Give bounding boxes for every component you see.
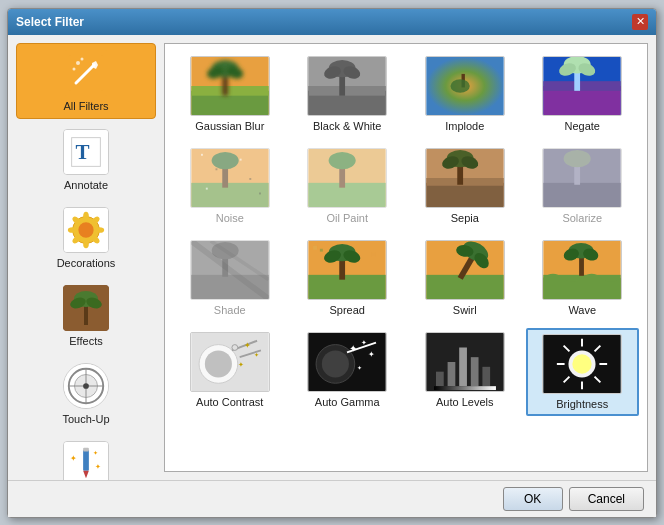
filter-item-auto-contrast[interactable]: ✦ ✦ ✦ Auto Contrast [173,328,287,416]
svg-text:✦: ✦ [254,352,259,358]
filter-item-shade[interactable]: Shade [173,236,287,320]
filter-item-oil-paint[interactable]: Oil Paint [291,144,405,228]
filter-item-gaussian-blur[interactable]: Gaussian Blur [173,52,287,136]
filter-thumb-negate [542,56,622,116]
sidebar-item-annotate[interactable]: T Annotate [16,123,156,197]
all-filters-label: All Filters [63,100,108,112]
filter-item-wave[interactable]: Wave [526,236,640,320]
svg-point-5 [81,57,84,60]
svg-rect-72 [259,192,261,194]
dialog-body: All Filters T Annotate [8,35,656,480]
sidebar-item-all-filters[interactable]: All Filters [16,43,156,119]
filter-item-sepia[interactable]: Sepia [408,144,522,228]
annotate-label: Annotate [64,179,108,191]
filter-thumb-black-white [307,56,387,116]
filter-thumb-implode [425,56,505,116]
filter-thumb-solarize [542,148,622,208]
filter-label-auto-gamma: Auto Gamma [315,396,380,408]
svg-text:✦: ✦ [95,462,101,469]
filter-thumb-sepia [425,148,505,208]
filter-item-spread[interactable]: Spread [291,236,405,320]
filter-thumb-auto-contrast: ✦ ✦ ✦ [190,332,270,392]
filter-grid-container[interactable]: Gaussian Blur [164,43,648,472]
filter-item-black-white[interactable]: Black & White [291,52,405,136]
filter-label-swirl: Swirl [453,304,477,316]
svg-point-87 [564,149,591,166]
svg-rect-67 [201,153,203,155]
svg-point-12 [83,211,89,221]
svg-point-126 [322,350,349,377]
filter-label-black-white: Black & White [313,120,381,132]
svg-rect-136 [471,357,479,386]
filter-thumb-brightness [542,334,622,394]
svg-point-11 [78,222,93,237]
filter-item-swirl[interactable]: Swirl [408,236,522,320]
svg-rect-102 [371,252,375,256]
touchup-icon [63,363,109,409]
svg-point-117 [205,350,232,377]
filter-label-solarize: Solarize [562,212,602,224]
all-filters-icon [63,50,109,96]
filter-item-brightness[interactable]: Brightness [526,328,640,416]
filter-label-sepia: Sepia [451,212,479,224]
svg-rect-79 [426,178,503,186]
svg-point-55 [450,79,469,93]
svg-rect-52 [309,57,386,115]
sidebar-item-transform[interactable]: ✦ ✦ ✦ Transform [16,435,156,480]
filter-thumb-oil-paint [307,148,387,208]
select-filter-dialog: Select Filter ✕ All Filter [7,8,657,518]
ok-button[interactable]: OK [503,487,563,511]
svg-rect-32 [83,449,89,470]
sidebar-item-effects[interactable]: Effects [16,279,156,353]
svg-rect-85 [544,182,621,206]
svg-rect-134 [447,362,455,386]
filter-label-oil-paint: Oil Paint [326,212,368,224]
svg-text:T: T [75,139,89,163]
svg-text:✦: ✦ [369,350,376,359]
filter-thumb-wave [542,240,622,300]
filter-label-implode: Implode [445,120,484,132]
filter-item-negate[interactable]: Negate [526,52,640,136]
decorations-icon [63,207,109,253]
cancel-button[interactable]: Cancel [569,487,644,511]
svg-rect-64 [191,182,268,206]
filter-label-wave: Wave [568,304,596,316]
svg-point-66 [211,151,238,168]
filter-thumb-auto-gamma: ✦ ✦ ✦ ✦ [307,332,387,392]
decorations-label: Decorations [57,257,116,269]
filter-thumb-gaussian-blur [190,56,270,116]
svg-rect-104 [426,274,503,298]
filter-thumb-swirl [425,240,505,300]
filter-item-implode[interactable]: Implode [408,52,522,136]
sidebar-item-touchup[interactable]: Touch-Up [16,357,156,431]
filter-item-auto-gamma[interactable]: ✦ ✦ ✦ ✦ Auto Gamma [291,328,405,416]
svg-point-16 [83,238,89,248]
filter-item-auto-levels[interactable]: Auto Levels [408,328,522,416]
svg-rect-138 [434,386,496,390]
title-bar: Select Filter ✕ [8,9,656,35]
filter-label-negate: Negate [565,120,600,132]
svg-rect-95 [309,274,386,298]
svg-rect-78 [426,182,503,206]
filter-thumb-noise [190,148,270,208]
close-button[interactable]: ✕ [632,14,648,30]
svg-rect-70 [249,178,251,180]
sidebar-item-decorations[interactable]: Decorations [16,201,156,275]
svg-text:✦: ✦ [244,340,251,349]
svg-rect-71 [206,187,208,189]
svg-text:✦: ✦ [362,338,368,345]
filter-label-brightness: Brightness [556,398,608,410]
touchup-label: Touch-Up [62,413,109,425]
filter-thumb-spread [307,240,387,300]
svg-rect-137 [482,366,490,385]
svg-text:✦: ✦ [237,360,243,367]
effects-icon [63,285,109,331]
annotate-icon: T [63,129,109,175]
filter-item-noise[interactable]: Noise [173,144,287,228]
svg-rect-101 [320,248,323,251]
dialog-title: Select Filter [16,15,84,29]
svg-rect-68 [215,168,217,170]
filter-item-solarize[interactable]: Solarize [526,144,640,228]
svg-rect-135 [459,347,467,386]
svg-point-4 [73,67,76,70]
